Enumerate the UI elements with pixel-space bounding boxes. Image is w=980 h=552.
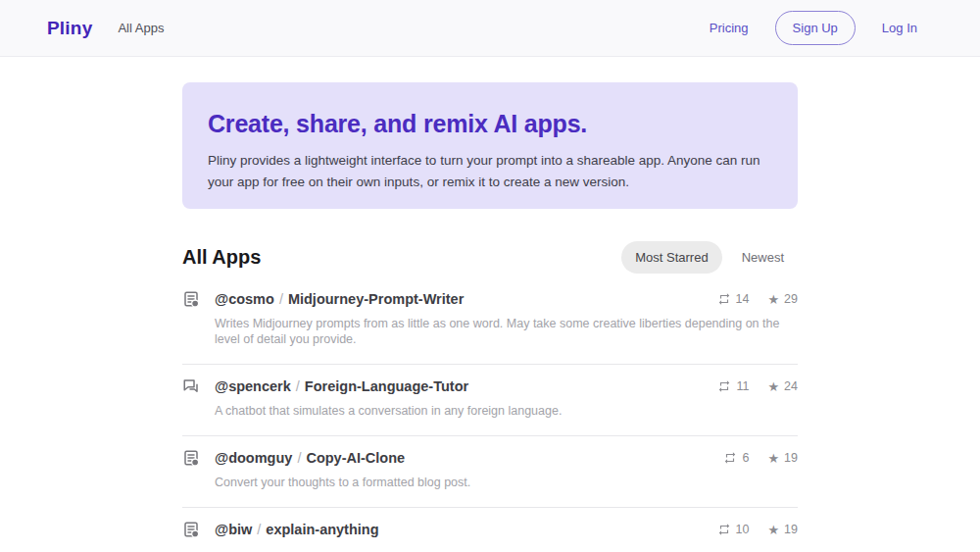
app-description: A chatbot that simulates a conversation … (215, 403, 793, 419)
star-icon: ★ (767, 380, 779, 393)
remix-count: 6 (742, 451, 749, 465)
app-description: Writes Midjourney prompts from as little… (215, 316, 793, 347)
app-row[interactable]: @doomguy/Copy-AI-Clone 6 ★ 19 Convert yo… (182, 436, 798, 508)
nav-link-login[interactable]: Log In (882, 21, 917, 35)
app-title: @biw/explain-anything (215, 521, 379, 538)
remix-icon (723, 451, 737, 465)
app-row[interactable]: @biw/explain-anything 10 ★ 19 (182, 508, 798, 552)
app-row-main: @doomguy/Copy-AI-Clone 6 ★ 19 (182, 449, 798, 467)
app-name: Midjourney-Prompt-Writer (288, 291, 464, 307)
remix-count: 11 (736, 379, 749, 393)
app-stats: 14 ★ 29 (717, 292, 798, 306)
app-stats: 11 ★ 24 (717, 379, 798, 393)
app-row[interactable]: @cosmo/Midjourney-Prompt-Writer 14 ★ 29 … (182, 277, 798, 365)
star-count: 24 (784, 379, 798, 393)
app-author: @biw (215, 522, 252, 537)
star-stat: ★ 19 (767, 451, 798, 465)
app-list: @cosmo/Midjourney-Prompt-Writer 14 ★ 29 … (182, 277, 798, 552)
app-row-main: @biw/explain-anything 10 ★ 19 (182, 521, 798, 538)
title-separator: / (252, 522, 266, 537)
star-count: 29 (784, 292, 798, 306)
remix-icon (717, 379, 731, 393)
document-icon (182, 449, 200, 467)
chat-icon (182, 377, 200, 395)
filter-newest[interactable]: Newest (728, 241, 798, 274)
app-row-main: @cosmo/Midjourney-Prompt-Writer 14 ★ 29 (182, 290, 798, 308)
list-heading: All Apps (182, 246, 261, 269)
hero-description: Pliny provides a lightweight interface t… (208, 150, 772, 194)
star-icon: ★ (767, 524, 779, 536)
remix-stat: 14 (717, 292, 750, 306)
top-navbar: Pliny All Apps Pricing Sign Up Log In (0, 0, 980, 57)
star-stat: ★ 29 (767, 292, 798, 306)
app-name: Copy-AI-Clone (306, 450, 405, 466)
nav-link-all-apps[interactable]: All Apps (118, 21, 164, 35)
list-header: All Apps Most Starred Newest (182, 241, 798, 274)
star-stat: ★ 24 (767, 379, 798, 393)
document-icon (182, 290, 200, 308)
star-count: 19 (784, 523, 798, 536)
nav-link-pricing[interactable]: Pricing (710, 21, 749, 35)
title-separator: / (274, 291, 288, 307)
hero-title: Create, share, and remix AI apps. (208, 110, 772, 138)
app-row[interactable]: @spencerk/Foreign-Language-Tutor 11 ★ 24… (182, 365, 798, 436)
signup-button[interactable]: Sign Up (775, 11, 856, 45)
remix-icon (717, 292, 731, 306)
app-title: @cosmo/Midjourney-Prompt-Writer (215, 290, 464, 308)
sort-filters: Most Starred Newest (621, 241, 798, 274)
app-name: Foreign-Language-Tutor (305, 378, 468, 394)
main-content: Create, share, and remix AI apps. Pliny … (182, 82, 798, 552)
remix-icon (717, 523, 731, 536)
app-row-main: @spencerk/Foreign-Language-Tutor 11 ★ 24 (182, 377, 798, 395)
remix-stat: 11 (717, 379, 749, 393)
app-description: Convert your thoughts to a formatted blo… (215, 475, 793, 490)
remix-stat: 10 (717, 523, 750, 536)
app-title: @doomguy/Copy-AI-Clone (215, 449, 405, 467)
document-icon (182, 521, 200, 538)
remix-count: 14 (736, 292, 750, 306)
title-separator: / (292, 450, 306, 466)
hero-banner: Create, share, and remix AI apps. Pliny … (182, 82, 798, 209)
app-stats: 6 ★ 19 (723, 451, 798, 465)
star-count: 19 (784, 451, 798, 465)
remix-count: 10 (736, 523, 750, 536)
app-author: @cosmo (215, 291, 274, 307)
nav-right: Pricing Sign Up Log In (710, 11, 917, 45)
title-separator: / (291, 378, 305, 394)
app-title: @spencerk/Foreign-Language-Tutor (215, 377, 468, 395)
app-name: explain-anything (266, 522, 378, 537)
star-stat: ★ 19 (767, 523, 798, 536)
app-author: @spencerk (215, 378, 291, 394)
star-icon: ★ (767, 293, 779, 306)
app-author: @doomguy (215, 450, 292, 466)
star-icon: ★ (767, 452, 779, 465)
app-stats: 10 ★ 19 (717, 523, 798, 536)
filter-most-starred[interactable]: Most Starred (621, 241, 721, 274)
brand-logo[interactable]: Pliny (47, 18, 92, 39)
remix-stat: 6 (723, 451, 749, 465)
